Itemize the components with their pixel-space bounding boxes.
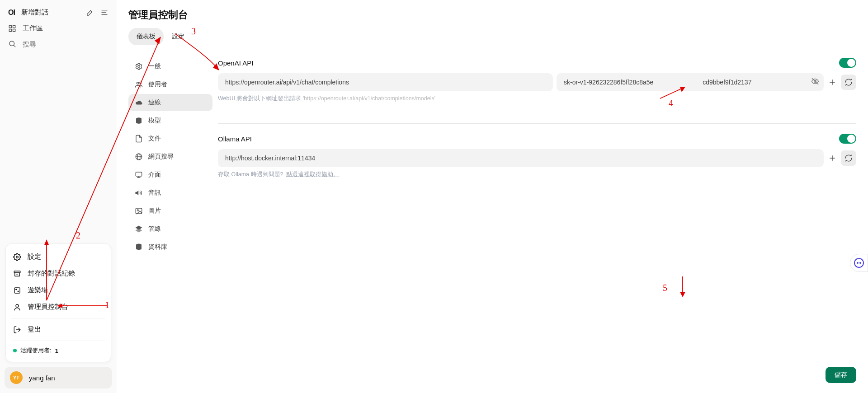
add-openai-button[interactable] xyxy=(827,77,837,87)
gear-icon xyxy=(135,62,143,70)
tab-settings[interactable]: 設定 xyxy=(164,28,193,45)
settings-nav-general[interactable]: 一般 xyxy=(128,58,212,75)
popup-playground[interactable]: 遊樂場 xyxy=(8,282,109,299)
section-divider xyxy=(218,123,856,124)
ollama-help-link[interactable]: 點選這裡取得協助。 xyxy=(286,171,339,178)
sign-out-icon xyxy=(13,326,21,334)
popup-label: 管理員控制台 xyxy=(28,303,68,311)
settings-nav-connect[interactable]: 連線 xyxy=(128,94,212,111)
popup-sign-out[interactable]: 登出 xyxy=(8,321,109,338)
ollama-api-title: Ollama API xyxy=(218,135,252,143)
svg-rect-5 xyxy=(9,29,11,31)
active-users: 活躍使用者: 1 xyxy=(8,344,109,357)
popup-label: 遊樂場 xyxy=(28,286,48,295)
settings-nav-web[interactable]: 網頁搜尋 xyxy=(128,148,212,165)
settings-nav-users[interactable]: 使用者 xyxy=(128,76,212,93)
settings-nav-label: 網頁搜尋 xyxy=(148,153,174,161)
active-users-label: 活躍使用者: xyxy=(20,346,52,355)
settings-nav-label: 文件 xyxy=(148,135,161,143)
menu-icon[interactable] xyxy=(100,9,108,17)
ollama-url-input[interactable] xyxy=(218,149,824,167)
edit-icon[interactable] xyxy=(86,9,94,17)
refresh-openai-button[interactable] xyxy=(841,75,856,90)
svg-rect-3 xyxy=(9,25,11,28)
settings-nav-label: 音訊 xyxy=(148,189,161,197)
popup-label: 封存的對話紀錄 xyxy=(28,269,75,278)
svg-line-8 xyxy=(14,45,15,47)
svg-point-19 xyxy=(140,82,142,84)
svg-point-28 xyxy=(137,210,138,211)
settings-nav-label: 管線 xyxy=(148,225,161,233)
svg-point-14 xyxy=(18,291,19,292)
openai-url-input[interactable] xyxy=(218,73,553,91)
visibility-off-icon[interactable] xyxy=(811,77,819,87)
openai-api-section: OpenAI API xyxy=(218,58,856,103)
svg-rect-10 xyxy=(14,271,20,273)
settings-nav-ui[interactable]: 介面 xyxy=(128,166,212,183)
popup-archived[interactable]: 封存的對話紀錄 xyxy=(8,265,109,282)
sound-icon xyxy=(135,189,143,197)
settings-nav-label: 資料庫 xyxy=(148,243,167,251)
settings-nav: 一般使用者連線模型文件網頁搜尋介面音訊圖片管線資料庫 xyxy=(128,58,212,383)
tab-dashboard[interactable]: 儀表板 xyxy=(128,28,164,45)
popup-label: 設定 xyxy=(28,253,41,261)
sidebar-header: OI 新增對話 xyxy=(4,5,113,20)
settings-nav-database[interactable]: 資料庫 xyxy=(128,239,212,256)
svg-rect-27 xyxy=(136,208,142,214)
popup-admin-console[interactable]: 管理員控制台 xyxy=(8,299,109,315)
popup-label: 登出 xyxy=(28,325,41,334)
sidebar: OI 新增對話 工作區 xyxy=(0,0,117,393)
grid-icon xyxy=(8,24,16,33)
openai-api-title: OpenAI API xyxy=(218,59,253,67)
app-logo: OI xyxy=(8,9,15,17)
openai-key-input[interactable] xyxy=(557,73,824,91)
sidebar-item-label: 工作區 xyxy=(23,24,43,33)
popup-settings[interactable]: 設定 xyxy=(8,248,109,265)
openai-hint: WebUI 將會對以下網址發出請求 'https://openrouter.ai… xyxy=(218,95,856,103)
user-row[interactable]: YF yang fan xyxy=(5,367,112,388)
svg-rect-12 xyxy=(14,288,20,293)
new-chat-label[interactable]: 新增對話 xyxy=(21,8,80,17)
settings-nav-pipelines[interactable]: 管線 xyxy=(128,220,212,238)
add-ollama-button[interactable] xyxy=(827,153,837,163)
settings-nav-images[interactable]: 圖片 xyxy=(128,202,212,220)
svg-marker-30 xyxy=(136,229,142,233)
avatar: YF xyxy=(10,371,23,384)
settings-nav-docs[interactable]: 文件 xyxy=(128,130,212,147)
svg-point-9 xyxy=(16,256,19,258)
layers-icon xyxy=(135,225,143,233)
search-icon xyxy=(8,40,16,48)
cloud-icon xyxy=(135,98,143,107)
main: 管理員控制台 儀表板 設定 一般使用者連線模型文件網頁搜尋介面音訊圖片管線資料庫… xyxy=(117,0,868,393)
svg-point-15 xyxy=(16,304,19,307)
svg-rect-4 xyxy=(13,25,15,28)
sidebar-search[interactable] xyxy=(4,36,113,51)
user-popup-menu: 設定 封存的對話紀錄 遊樂場 管理員控制台 登出 活躍使用者: xyxy=(5,243,111,362)
monitor-icon xyxy=(135,171,143,179)
settings-nav-models[interactable]: 模型 xyxy=(128,112,212,129)
ollama-hint: 存取 Ollama 時遇到問題? 點選這裡取得協助。 xyxy=(218,171,856,178)
svg-point-13 xyxy=(16,289,17,290)
helper-floating-button[interactable] xyxy=(850,254,868,272)
status-dot-icon xyxy=(13,349,17,352)
ollama-toggle[interactable] xyxy=(839,134,856,144)
tabs: 儀表板 設定 xyxy=(128,28,856,45)
openai-toggle[interactable] xyxy=(839,58,856,68)
refresh-ollama-button[interactable] xyxy=(841,150,856,166)
save-button[interactable]: 儲存 xyxy=(826,367,856,383)
settings-nav-label: 一般 xyxy=(148,62,161,70)
settings-nav-audio[interactable]: 音訊 xyxy=(128,184,212,201)
popup-divider xyxy=(11,341,105,341)
image-icon xyxy=(135,207,143,215)
sidebar-item-workspace[interactable]: 工作區 xyxy=(4,20,113,36)
user-name: yang fan xyxy=(29,374,55,382)
users-icon xyxy=(135,80,143,89)
playground-icon xyxy=(13,286,21,295)
settings-nav-label: 模型 xyxy=(148,117,161,125)
popup-divider xyxy=(11,318,105,318)
db-icon xyxy=(135,243,143,251)
doc-icon xyxy=(135,135,143,143)
stack-icon xyxy=(135,117,143,125)
svg-point-18 xyxy=(137,82,139,84)
search-input[interactable] xyxy=(23,40,108,48)
